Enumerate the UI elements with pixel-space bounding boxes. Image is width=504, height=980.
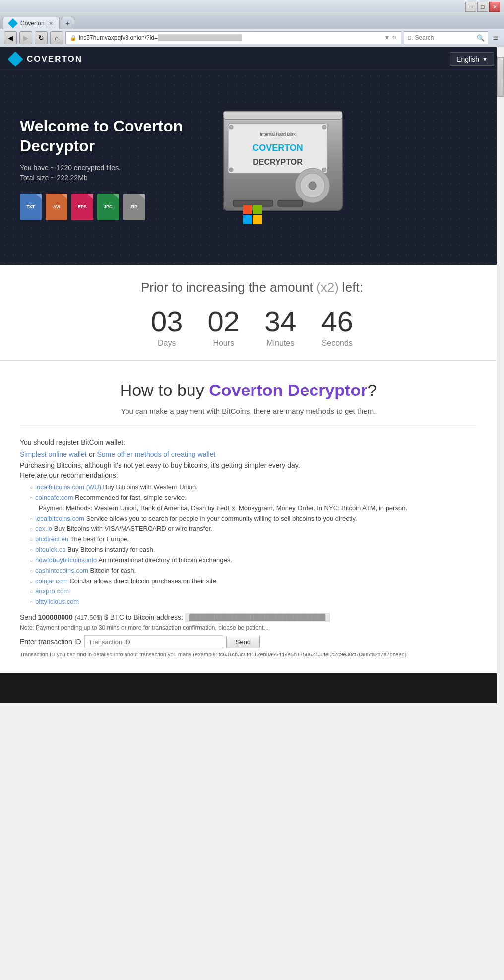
- refresh-button[interactable]: ↻: [35, 31, 48, 44]
- btc-address-display: ██████████████████████████████████████: [185, 613, 330, 622]
- rec-link-bitquick[interactable]: bitquick.co: [35, 546, 65, 553]
- timer-minutes: 34 Minutes: [264, 307, 297, 348]
- menu-button[interactable]: ≡: [491, 32, 500, 44]
- rec-link-localbitcoins[interactable]: localbitcoins.com: [35, 515, 84, 522]
- hero-banner: Welcome to Coverton Decryptor You have ~…: [0, 71, 504, 265]
- list-item-payment-methods: Payment Methods: Western Union, Bank of …: [30, 504, 477, 512]
- svg-rect-21: [253, 215, 262, 224]
- svg-point-12: [309, 182, 316, 190]
- svg-point-7: [322, 125, 326, 129]
- search-engine-icon: D.: [407, 35, 413, 41]
- timer-hours-label: Hours: [213, 339, 234, 348]
- countdown-title: Prior to increasing the amount (x2) left…: [10, 280, 494, 295]
- timer-seconds-label: Seconds: [322, 339, 353, 348]
- list-item: ○localbitcoins.com Service allows you to…: [30, 515, 477, 522]
- list-item: ○howtobuybitcoins.info An international …: [30, 556, 477, 564]
- hdd-illustration: Internal Hard Disk COVERTON DECRYPTOR: [208, 91, 367, 245]
- file-icon-avi: AVI: [46, 194, 67, 220]
- timer-minutes-label: Minutes: [266, 339, 294, 348]
- rec-link-coinjar[interactable]: coinjar.com: [35, 577, 68, 585]
- rec-link-bittylicious[interactable]: bittylicious.com: [35, 598, 79, 605]
- timer-days-number: 03: [151, 307, 183, 336]
- forward-button[interactable]: ▶: [19, 31, 32, 44]
- countdown-title-suffix: left:: [342, 280, 363, 295]
- recommendations-header: Here are our recommendations:: [20, 471, 477, 479]
- browser-tab[interactable]: Coverton ✕: [3, 17, 60, 29]
- address-bar[interactable]: 🔒 lnc57humvaxpqfv3.onion/?id=███████████…: [65, 31, 401, 44]
- list-item: ○coincafe.com Recommended for fast, simp…: [30, 494, 477, 501]
- minimize-button[interactable]: ─: [465, 2, 476, 12]
- svg-point-9: [322, 168, 326, 172]
- site-header: COVERTON English ▼: [0, 47, 504, 71]
- countdown-title-prefix: Prior to increasing the amount: [141, 280, 313, 295]
- list-item: ○btcdirect.eu The best for Europe.: [30, 535, 477, 543]
- close-button[interactable]: ✕: [489, 2, 500, 12]
- scrollbar-thumb[interactable]: [497, 57, 504, 97]
- instructions-section: How to buy Coverton Decryptor? You can m…: [0, 361, 504, 673]
- how-to-prefix: How to buy: [120, 381, 209, 399]
- tab-close-icon[interactable]: ✕: [49, 20, 53, 27]
- logo-diamond-icon: [7, 51, 23, 66]
- tab-favicon: [8, 18, 18, 28]
- maximize-button[interactable]: □: [477, 2, 488, 12]
- rec-link-anxpro[interactable]: anxpro.com: [35, 588, 69, 595]
- svg-text:COVERTON: COVERTON: [252, 143, 303, 153]
- browser-toolbar: ◀ ▶ ↻ ⌂ 🔒 lnc57humvaxpqfv3.onion/?id=███…: [0, 29, 504, 47]
- tab-title: Coverton: [20, 20, 45, 27]
- file-icon-jpg: JPG: [97, 194, 119, 220]
- transaction-note: Transaction ID you can find in detailed …: [20, 651, 477, 658]
- list-item: ○localbitcoins.com (WU) Buy Bitcoins wit…: [30, 483, 477, 491]
- scrollbar-track[interactable]: [497, 47, 504, 703]
- rec-link-howtobuy[interactable]: howtobuybitcoins.info: [35, 556, 97, 564]
- list-item: ○anxpro.com: [30, 588, 477, 595]
- timer-minutes-number: 34: [264, 307, 297, 336]
- rec-link-cex[interactable]: cex.io: [35, 525, 52, 532]
- svg-point-8: [229, 168, 233, 172]
- countdown-multiplier: (x2): [316, 280, 339, 295]
- wallet-link-2[interactable]: Some other methods of creating wallet: [97, 450, 215, 458]
- search-submit-icon[interactable]: 🔍: [477, 34, 485, 42]
- address-go-icon[interactable]: ↻: [392, 34, 397, 41]
- countdown-timer: 03 Days 02 Hours 34 Minutes 46 Seconds: [10, 307, 494, 348]
- payment-note: Note: Payment pending up to 30 mins or m…: [20, 624, 477, 631]
- wallet-links: Simplest online wallet or Some other met…: [20, 450, 477, 458]
- svg-rect-14: [278, 200, 303, 206]
- svg-rect-19: [253, 205, 262, 214]
- rec-link-coincafe[interactable]: coincafe.com: [35, 494, 73, 501]
- file-icons-row: TXT AVI EPS: [20, 194, 208, 220]
- wallet-link-1[interactable]: Simplest online wallet: [20, 450, 87, 458]
- language-label: English: [456, 55, 479, 63]
- search-bar[interactable]: D. 🔍: [404, 31, 488, 44]
- timer-seconds: 46 Seconds: [321, 307, 354, 348]
- file-icon-eps: EPS: [71, 194, 93, 220]
- svg-rect-20: [243, 215, 252, 224]
- rec-link-localbitcoins-wu[interactable]: localbitcoins.com (WU): [35, 483, 101, 491]
- address-dropdown-icon[interactable]: ▼: [384, 34, 390, 41]
- send-button[interactable]: Send: [226, 636, 260, 648]
- search-input[interactable]: [415, 34, 475, 41]
- timer-hours: 02 Hours: [207, 307, 240, 348]
- recommendations-list: ○localbitcoins.com (WU) Buy Bitcoins wit…: [20, 483, 477, 605]
- rec-link-btcdirect[interactable]: btcdirect.eu: [35, 535, 68, 543]
- back-button[interactable]: ◀: [4, 31, 17, 44]
- tab-bar: Coverton ✕ +: [0, 14, 504, 29]
- window-buttons: ─ □ ✕: [465, 2, 500, 12]
- transaction-label: Enter transaction ID: [20, 638, 81, 646]
- transaction-id-input[interactable]: [84, 635, 223, 648]
- home-button[interactable]: ⌂: [50, 31, 63, 44]
- list-item: ○bitquick.co Buy Bitcoins instantly for …: [30, 546, 477, 553]
- new-tab-button[interactable]: +: [62, 17, 74, 29]
- countdown-section: Prior to increasing the amount (x2) left…: [0, 265, 504, 361]
- payment-subtitle: You can make a payment with BitCoins, th…: [20, 407, 477, 426]
- transaction-row: Enter transaction ID Send: [20, 635, 477, 648]
- language-selector[interactable]: English ▼: [450, 52, 494, 66]
- rec-link-cashintocoins[interactable]: cashintocoins.com: [35, 567, 88, 574]
- timer-seconds-number: 46: [321, 307, 354, 336]
- how-to-suffix: ?: [367, 381, 377, 399]
- svg-rect-1: [223, 111, 342, 119]
- send-amount: 100000000: [38, 613, 73, 621]
- language-dropdown-icon: ▼: [482, 56, 488, 62]
- timer-days-label: Days: [158, 339, 176, 348]
- site-footer: [0, 673, 504, 703]
- hero-subtitle-line2: Total size ~ 222.22Mb: [20, 174, 208, 182]
